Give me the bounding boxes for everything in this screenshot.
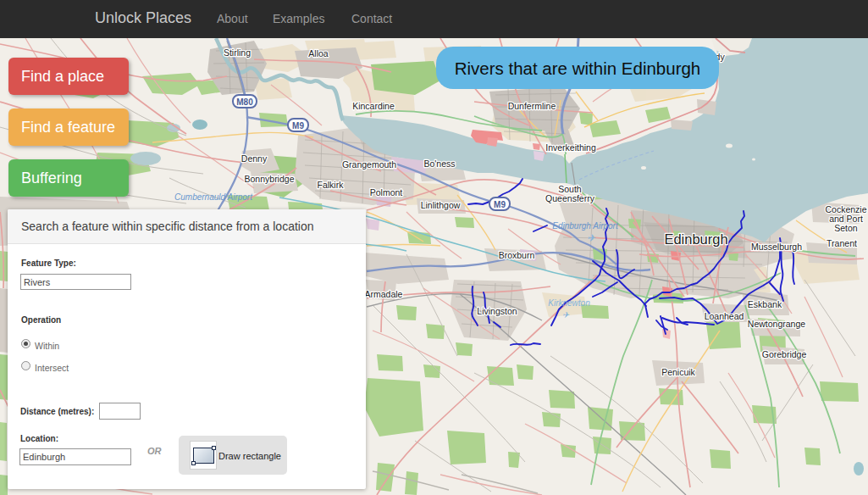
svg-text:Loanhead: Loanhead <box>705 311 744 321</box>
svg-text:Stirling: Stirling <box>224 47 251 58</box>
svg-text:Seton: Seton <box>834 223 858 233</box>
svg-text:Inverkeithing: Inverkeithing <box>545 142 596 153</box>
svg-text:✈: ✈ <box>587 232 596 244</box>
svg-text:Alloa: Alloa <box>308 48 329 58</box>
svg-text:✈: ✈ <box>562 310 570 320</box>
svg-text:Linlithgow: Linlithgow <box>421 200 461 210</box>
svg-text:Broxburn: Broxburn <box>499 250 535 260</box>
svg-text:M9: M9 <box>494 200 506 209</box>
svg-text:Edinburgh: Edinburgh <box>664 231 727 247</box>
svg-text:Livingston: Livingston <box>477 306 517 316</box>
svg-text:Polmont: Polmont <box>370 187 403 197</box>
svg-text:Bo'ness: Bo'ness <box>423 159 455 169</box>
svg-text:Dunfermline: Dunfermline <box>508 101 556 111</box>
svg-text:Grangemouth: Grangemouth <box>342 159 396 170</box>
svg-text:Queensferry: Queensferry <box>545 193 595 203</box>
svg-text:Denny: Denny <box>241 153 268 164</box>
svg-text:M9: M9 <box>292 121 304 131</box>
svg-text:Edinburgh Airport: Edinburgh Airport <box>552 221 619 231</box>
svg-text:Bonnybridge: Bonnybridge <box>245 174 295 184</box>
svg-text:Tranent: Tranent <box>827 238 857 248</box>
svg-text:Gorebridge: Gorebridge <box>762 349 807 359</box>
svg-text:Cumbernauld Airport: Cumbernauld Airport <box>174 192 253 202</box>
svg-text:Musselburgh: Musselburgh <box>751 242 802 252</box>
svg-text:M80: M80 <box>236 97 253 107</box>
svg-text:Penicuik: Penicuik <box>661 367 695 377</box>
svg-text:Newtongrange: Newtongrange <box>748 319 805 329</box>
svg-text:Armadale: Armadale <box>365 289 403 299</box>
svg-text:Kincardine: Kincardine <box>352 101 395 111</box>
svg-text:Eskbank: Eskbank <box>748 299 782 309</box>
svg-text:Kirknewton: Kirknewton <box>548 298 590 308</box>
svg-text:Falkirk: Falkirk <box>318 180 345 190</box>
